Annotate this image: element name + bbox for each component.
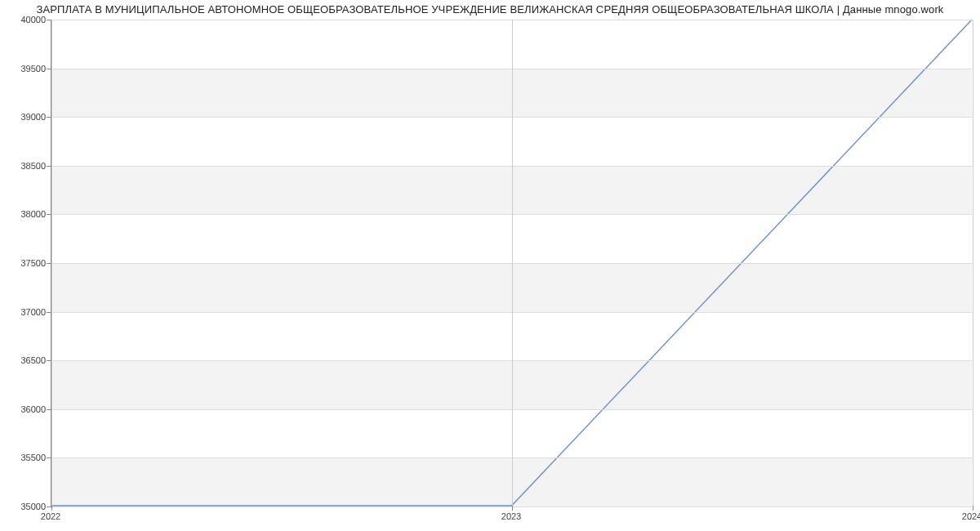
chart-y-tick-label: 37500 bbox=[0, 258, 46, 268]
chart-x-tick bbox=[512, 506, 513, 511]
chart-x-tick-label: 2022 bbox=[41, 511, 60, 521]
chart-x-tick bbox=[51, 506, 52, 511]
chart-x-gridline bbox=[973, 20, 973, 506]
chart-y-tick-label: 40000 bbox=[0, 15, 46, 25]
chart-y-tick-label: 38000 bbox=[0, 209, 46, 219]
chart-y-tick-label: 36000 bbox=[0, 404, 46, 414]
chart-x-tick-label: 2023 bbox=[501, 511, 521, 521]
chart-y-tick-label: 35500 bbox=[0, 453, 46, 462]
chart-plot-area bbox=[51, 20, 972, 506]
chart-y-tick-label: 36500 bbox=[0, 355, 46, 365]
chart-y-tick-label: 39000 bbox=[0, 112, 46, 122]
chart-x-gridline bbox=[51, 20, 52, 506]
chart-y-tick-label: 35000 bbox=[0, 502, 46, 511]
chart-y-tick-label: 39500 bbox=[0, 64, 46, 74]
chart-title: ЗАРПЛАТА В МУНИЦИПАЛЬНОЕ АВТОНОМНОЕ ОБЩЕ… bbox=[0, 3, 980, 16]
chart-y-tick-label: 38500 bbox=[0, 161, 46, 171]
chart-y-tick-label: 37000 bbox=[0, 307, 46, 317]
chart-x-tick bbox=[973, 506, 973, 511]
chart-x-tick-label: 2024 bbox=[962, 511, 980, 521]
chart-x-gridline bbox=[512, 20, 513, 506]
